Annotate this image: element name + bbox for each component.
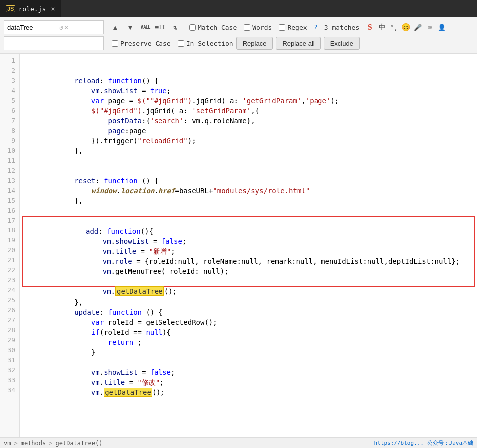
breadcrumb-vm: vm: [4, 440, 11, 447]
whole-words-checkbox[interactable]: [244, 24, 250, 31]
js-file-icon: JS: [6, 5, 15, 12]
preserve-case-option[interactable]: Preserve Case: [112, 40, 171, 47]
replace-options: Preserve Case In Selection: [112, 40, 233, 47]
status-bar: vm > methods > getDataTree() https://blo…: [0, 437, 477, 448]
cn-input-icon[interactable]: 中: [376, 22, 387, 33]
in-selection-checkbox[interactable]: [178, 40, 184, 47]
find-input-icons: ↺ ×: [59, 23, 70, 31]
blog-watermark: https://blog... 公众号：Java基础: [374, 439, 473, 447]
nav-previous-button[interactable]: ▲: [109, 21, 122, 34]
code-area[interactable]: 12345 678910 1112131415 1617181920 21222…: [0, 54, 477, 437]
nav-next-button[interactable]: ▼: [124, 21, 137, 34]
find-toolbar-icons: ▲ ▼ AALL ≡II ⚗: [109, 21, 181, 34]
code-content[interactable]: reload: function() { vm.showList = true;…: [20, 54, 477, 437]
add-function-highlight-block: add: function(){ vm.showList = false; vm…: [22, 216, 475, 287]
regex-label: Regex: [287, 24, 307, 31]
right-toolbar-icons: S 中 °, 😊 🎤 ⌨ 👤: [364, 22, 447, 33]
find-input-wrap: ↺ ×: [4, 20, 104, 34]
code-line-getdatatree: vm.getDataTree();: [23, 276, 474, 286]
code-line: update: function () {: [20, 297, 477, 307]
find-input[interactable]: [4, 23, 59, 32]
exclude-button[interactable]: Exclude: [324, 37, 360, 50]
match-case-label: Match Case: [198, 24, 237, 31]
breadcrumb-sep1: >: [14, 440, 17, 447]
code-line: [20, 196, 477, 206]
find-replace-bar: ↺ × ▲ ▼ AALL ≡II ⚗ Match Case: [0, 17, 477, 54]
keyboard-icon[interactable]: ⌨: [424, 22, 435, 33]
sogou-icon[interactable]: S: [364, 22, 375, 33]
preserve-case-label: Preserve Case: [120, 40, 171, 47]
replace-input-wrap: [4, 36, 104, 50]
toggle-replace-button[interactable]: ≡II: [154, 21, 166, 34]
editor-container: JS role.js × ↺ × ▲ ▼ AALL ≡II ⚗: [0, 0, 477, 448]
replace-all-button[interactable]: Replace all: [276, 37, 320, 50]
code-line: [20, 156, 477, 166]
tab-filename: role.js: [18, 5, 46, 13]
whole-words-option[interactable]: Words: [244, 24, 272, 31]
mic-icon[interactable]: 🎤: [412, 22, 423, 33]
replace-input[interactable]: [4, 39, 84, 48]
emoji-icon[interactable]: 😊: [400, 22, 411, 33]
whole-words-label: Words: [252, 24, 272, 31]
breadcrumb-methods: methods: [21, 440, 46, 447]
find-options: Match Case Words Regex ?: [189, 24, 318, 31]
preserve-case-checkbox[interactable]: [112, 40, 118, 47]
code-line: reload: function() {: [20, 66, 477, 76]
getdatatree-highlight-1: getDataTree: [115, 286, 164, 296]
match-case-checkbox[interactable]: [189, 24, 196, 31]
find-row: ↺ × ▲ ▼ AALL ≡II ⚗ Match Case: [4, 20, 473, 34]
breadcrumb-sep2: >: [49, 440, 52, 447]
code-line: add: function(){: [23, 217, 474, 226]
replace-action-buttons: Replace Replace all Exclude: [236, 37, 360, 50]
select-all-matches-button[interactable]: AALL: [139, 21, 152, 34]
code-line: [20, 56, 477, 66]
user-icon[interactable]: 👤: [436, 22, 447, 33]
match-case-option[interactable]: Match Case: [189, 24, 237, 31]
regex-checkbox[interactable]: [279, 24, 285, 31]
replace-row: Preserve Case In Selection Replace Repla…: [4, 36, 473, 50]
getdatatree-highlight-2: getDataTree: [104, 388, 152, 397]
line-numbers: 12345 678910 1112131415 1617181920 21222…: [0, 54, 20, 437]
code-line: [20, 206, 477, 216]
clear-search-icon[interactable]: ↺: [59, 24, 63, 31]
file-tab[interactable]: JS role.js ×: [0, 0, 61, 17]
replace-button[interactable]: Replace: [236, 37, 273, 50]
code-line: vm.showList = false;: [20, 357, 477, 367]
code-line: reset: function () {: [20, 166, 477, 176]
matches-count: 3 matches: [324, 24, 359, 31]
code-line: [20, 146, 477, 156]
regex-option[interactable]: Regex: [279, 24, 307, 31]
tab-bar: JS role.js ×: [0, 0, 477, 17]
punctuation-icon[interactable]: °,: [388, 22, 399, 33]
tab-close-button[interactable]: ×: [51, 5, 55, 13]
in-selection-label: In Selection: [186, 40, 233, 47]
breadcrumb-getdatatree: getDataTree(): [56, 440, 103, 447]
regex-help-icon[interactable]: ?: [314, 24, 318, 31]
filter-button[interactable]: ⚗: [168, 21, 181, 34]
in-selection-option[interactable]: In Selection: [178, 40, 233, 47]
find-cancel-icon[interactable]: ×: [64, 23, 68, 31]
